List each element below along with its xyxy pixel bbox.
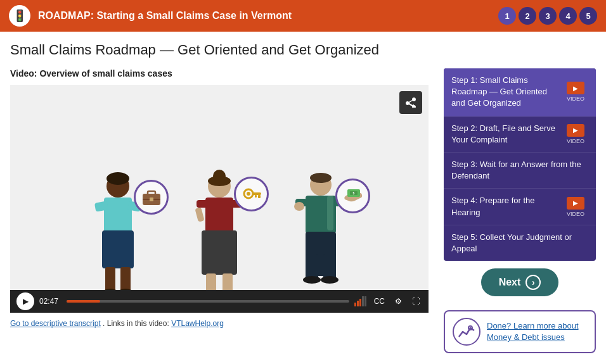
svg-point-27 bbox=[247, 192, 250, 196]
svg-rect-2 bbox=[104, 198, 132, 232]
sidebar-item-step3[interactable]: Step 3: Wait for an Answer from the Defe… bbox=[444, 153, 596, 189]
svg-rect-21 bbox=[202, 230, 237, 275]
next-arrow-icon: › bbox=[525, 275, 541, 290]
right-panel: Step 1: Small Claims Roadmap — Get Orien… bbox=[444, 68, 596, 353]
money-icon-circle: $ bbox=[335, 179, 370, 213]
progress-bar[interactable] bbox=[67, 300, 349, 303]
step-circle-3[interactable]: 3 bbox=[539, 7, 557, 25]
main-content: Video: Overview of small claims cases bbox=[0, 63, 606, 363]
step4-label: Step 4: Prepare for the Hearing bbox=[451, 195, 558, 218]
step1-video-icon: ▶ bbox=[567, 82, 584, 94]
svg-point-37 bbox=[294, 202, 304, 211]
sidebar-item-step5[interactable]: Step 5: Collect Your Judgment or Appeal bbox=[444, 225, 596, 261]
svg-point-41 bbox=[303, 276, 321, 284]
fullscreen-button[interactable]: ⛶ bbox=[409, 296, 422, 307]
left-panel: Video: Overview of small claims cases bbox=[10, 68, 434, 353]
svg-rect-13 bbox=[150, 198, 153, 201]
svg-point-32 bbox=[310, 173, 332, 183]
svg-rect-30 bbox=[255, 195, 257, 198]
step4-video-label: VIDEO bbox=[567, 211, 584, 217]
step1-video-badge: ▶ VIDEO bbox=[563, 82, 588, 102]
briefcase-icon-circle bbox=[134, 180, 169, 215]
svg-rect-20 bbox=[195, 207, 204, 222]
transcript-suffix: . Links in this video: bbox=[103, 319, 171, 328]
step1-video-label: VIDEO bbox=[567, 96, 584, 102]
key-icon bbox=[242, 185, 261, 204]
step4-video-badge: ▶ VIDEO bbox=[563, 197, 588, 217]
svg-point-1 bbox=[106, 172, 129, 185]
transcript-link[interactable]: Go to descriptive transcript bbox=[10, 319, 101, 328]
svg-text:$: $ bbox=[352, 191, 354, 195]
step1-label: Step 1: Small Claims Roadmap — Get Orien… bbox=[451, 75, 558, 110]
video-container: $ ▶ 02:47 bbox=[10, 85, 429, 313]
chart-icon bbox=[458, 323, 475, 341]
money-debt-link[interactable]: Done? Learn more about Money & Debt issu… bbox=[487, 321, 579, 342]
vtlawhelp-link[interactable]: VTLawHelp.org bbox=[171, 319, 224, 328]
step-circle-5[interactable]: 5 bbox=[579, 7, 597, 25]
step-circle-4[interactable]: 4 bbox=[559, 7, 577, 25]
sidebar-item-step4[interactable]: Step 4: Prepare for the Hearing ▶ VIDEO bbox=[444, 189, 596, 225]
svg-rect-29 bbox=[258, 195, 261, 198]
cc-button[interactable]: CC bbox=[371, 296, 387, 307]
play-button[interactable]: ▶ bbox=[16, 292, 34, 310]
step2-video-icon: ▶ bbox=[567, 124, 584, 137]
header-title: ROADMAP: Starting a Small Claims Case in… bbox=[38, 10, 292, 22]
briefcase-icon bbox=[141, 189, 162, 206]
sidebar-item-step1[interactable]: Step 1: Small Claims Roadmap — Get Orien… bbox=[444, 68, 596, 116]
svg-point-16 bbox=[208, 176, 231, 186]
progress-fill bbox=[67, 300, 100, 303]
share-button[interactable] bbox=[399, 91, 422, 114]
svg-rect-18 bbox=[197, 200, 208, 208]
step-circle-1[interactable]: 1 bbox=[498, 7, 516, 25]
header: 🚦 ROADMAP: Starting a Small Claims Case … bbox=[0, 0, 606, 32]
page-title: Small Claims Roadmap — Get Oriented and … bbox=[0, 32, 606, 63]
video-controls: ▶ 02:47 CC ⚙ ⛶ bbox=[10, 290, 429, 313]
money-debt-card[interactable]: Done? Learn more about Money & Debt issu… bbox=[444, 310, 596, 353]
step4-video-icon: ▶ bbox=[567, 197, 584, 210]
step-menu: Step 1: Small Claims Roadmap — Get Orien… bbox=[444, 68, 596, 261]
next-container: Next › bbox=[444, 268, 596, 304]
step2-video-badge: ▶ VIDEO bbox=[563, 124, 588, 144]
money-debt-icon bbox=[453, 318, 480, 346]
step3-label: Step 3: Wait for an Answer from the Defe… bbox=[451, 159, 588, 182]
svg-rect-17 bbox=[205, 198, 233, 232]
volume-indicator bbox=[354, 296, 366, 306]
svg-rect-28 bbox=[252, 192, 261, 195]
svg-rect-5 bbox=[102, 230, 134, 268]
money-hand-icon: $ bbox=[342, 187, 364, 206]
key-icon-circle bbox=[234, 177, 269, 211]
video-label: Video: Overview of small claims cases bbox=[10, 68, 434, 78]
settings-button[interactable]: ⚙ bbox=[392, 296, 404, 307]
video-scene: $ bbox=[10, 85, 429, 313]
step-circle-2[interactable]: 2 bbox=[519, 7, 536, 25]
step5-label: Step 5: Collect Your Judgment or Appeal bbox=[451, 232, 588, 254]
sidebar-item-step2[interactable]: Step 2: Draft, File and Serve Your Compl… bbox=[444, 116, 596, 153]
step2-video-label: VIDEO bbox=[567, 138, 584, 144]
svg-rect-34 bbox=[327, 196, 333, 230]
time-display: 02:47 bbox=[39, 297, 61, 306]
step-circles: 1 2 3 4 5 bbox=[498, 7, 597, 25]
next-button[interactable]: Next › bbox=[481, 268, 559, 296]
transcript-section: Go to descriptive transcript . Links in … bbox=[10, 319, 434, 328]
roadmap-icon: 🚦 bbox=[9, 5, 30, 27]
svg-point-42 bbox=[321, 276, 338, 284]
step2-label: Step 2: Draft, File and Serve Your Compl… bbox=[451, 123, 558, 146]
header-left: 🚦 ROADMAP: Starting a Small Claims Case … bbox=[9, 5, 292, 27]
next-label: Next bbox=[499, 277, 521, 288]
money-debt-text: Done? Learn more about Money & Debt issu… bbox=[487, 320, 587, 343]
svg-rect-11 bbox=[148, 191, 155, 195]
